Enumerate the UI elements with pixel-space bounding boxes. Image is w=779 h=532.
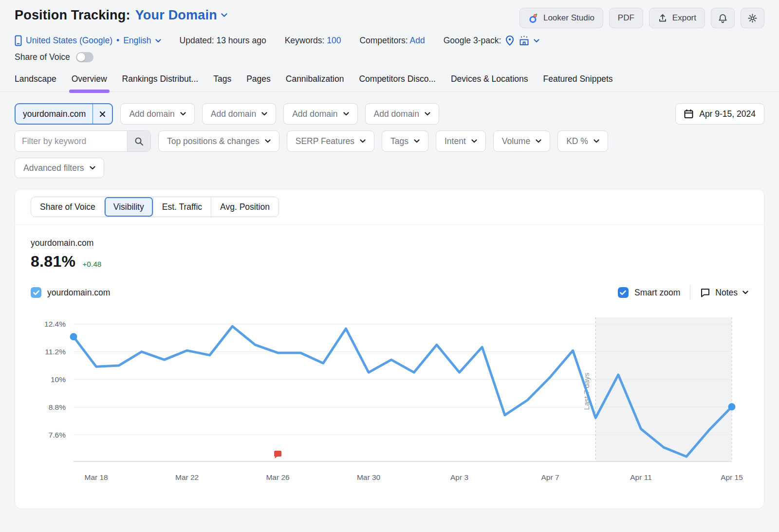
filter-top-positions[interactable]: Top positions & changes xyxy=(158,130,279,152)
keyword-filter xyxy=(15,130,151,152)
location-label: United States (Google) xyxy=(26,36,112,46)
domain-series-checkbox[interactable] xyxy=(31,287,41,298)
svg-text:Apr 3: Apr 3 xyxy=(450,473,468,481)
page-title-text: Position Tracking: xyxy=(15,8,130,23)
filter-label: SERP Features xyxy=(296,136,354,147)
export-button[interactable]: Export xyxy=(649,8,705,28)
mobile-device-icon xyxy=(15,35,22,46)
add-domain-button-3[interactable]: Add domain xyxy=(283,103,357,125)
metric-change-badge: +0.48 xyxy=(82,260,101,269)
bullet: • xyxy=(116,36,119,46)
tab-pages[interactable]: Pages xyxy=(246,74,271,92)
tab-featured-snippets[interactable]: Featured Snippets xyxy=(543,74,613,92)
metric-tab-visibility[interactable]: Visibility xyxy=(104,197,153,217)
filter-volume[interactable]: Volume xyxy=(493,130,550,152)
metric-domain-label: yourdomain.com xyxy=(31,238,748,248)
competitors-add-link[interactable]: Add xyxy=(410,36,425,45)
page-header: Position Tracking: Your Domain Looker St… xyxy=(0,0,779,62)
metric-tab-bar: Share of Voice Visibility Est. Traffic A… xyxy=(15,189,764,225)
page-title: Position Tracking: Your Domain xyxy=(15,8,227,23)
close-icon xyxy=(99,111,106,117)
filter-label: KD % xyxy=(566,136,588,147)
filter-serp-features[interactable]: SERP Features xyxy=(287,130,374,152)
chevron-down-icon xyxy=(343,112,349,116)
svg-text:Mar 30: Mar 30 xyxy=(357,473,381,481)
local-pack-building-icon xyxy=(519,36,530,46)
chevron-down-icon xyxy=(360,139,366,143)
chevron-down-icon xyxy=(90,166,95,170)
smart-zoom-checkbox[interactable] xyxy=(618,287,629,298)
chevron-down-icon xyxy=(534,39,539,43)
svg-text:Mar 26: Mar 26 xyxy=(266,473,289,481)
google-3pack-control[interactable]: Google 3-pack: xyxy=(444,35,540,46)
advanced-filters-button[interactable]: Advanced filters xyxy=(15,158,104,178)
tab-competitors-discovery[interactable]: Competitors Disco... xyxy=(359,74,436,92)
project-selector[interactable]: Your Domain xyxy=(135,8,227,23)
share-of-voice-toggle[interactable] xyxy=(76,52,93,62)
chevron-down-icon xyxy=(265,139,271,143)
remove-domain-button[interactable] xyxy=(93,104,112,124)
tab-overview[interactable]: Overview xyxy=(72,74,107,92)
svg-text:Mar 18: Mar 18 xyxy=(84,473,108,481)
looker-studio-label: Looker Studio xyxy=(543,13,594,23)
looker-studio-button[interactable]: Looker Studio xyxy=(519,8,603,28)
project-info-bar: United States (Google) • English Updated… xyxy=(15,35,764,46)
svg-text:Apr 15: Apr 15 xyxy=(721,473,743,481)
keywords-count-link[interactable]: 100 xyxy=(327,36,341,45)
check-icon xyxy=(620,290,626,295)
add-domain-button-2[interactable]: Add domain xyxy=(202,103,276,125)
metric-summary: yourdomain.com 8.81% +0.48 xyxy=(15,225,764,271)
filter-intent[interactable]: Intent xyxy=(436,130,486,152)
svg-text:Apr 7: Apr 7 xyxy=(541,473,559,481)
settings-button[interactable] xyxy=(741,8,764,28)
filter-kd[interactable]: KD % xyxy=(557,130,608,152)
keyword-filter-input[interactable] xyxy=(15,131,127,151)
filter-label: Volume xyxy=(502,136,530,147)
keywords-info: Keywords: 100 xyxy=(285,36,341,46)
tab-tags[interactable]: Tags xyxy=(213,74,231,92)
filter-label: Tags xyxy=(390,136,408,147)
filters-area: yourdomain.com Add domain Add domain Add… xyxy=(0,92,779,178)
visibility-chart[interactable]: 12.4%11.2%10%8.8%7.6%Last 7 daysMar 18Ma… xyxy=(15,309,764,491)
notifications-button[interactable] xyxy=(711,8,735,28)
date-range-picker[interactable]: Apr 9-15, 2024 xyxy=(675,103,764,125)
svg-text:Apr 11: Apr 11 xyxy=(630,473,652,481)
language-label: English xyxy=(123,36,151,46)
smart-zoom-label: Smart zoom xyxy=(634,288,680,298)
looker-studio-icon xyxy=(528,13,538,23)
map-pin-icon xyxy=(505,35,515,46)
notes-button[interactable]: Notes xyxy=(700,288,748,298)
chevron-down-icon xyxy=(536,139,541,143)
add-domain-label: Add domain xyxy=(211,109,256,119)
check-icon xyxy=(33,290,39,295)
search-icon xyxy=(134,137,144,146)
report-tabs: Landscape Overview Rankings Distribut...… xyxy=(0,74,779,92)
tab-landscape[interactable]: Landscape xyxy=(15,74,56,92)
date-range-label: Apr 9-15, 2024 xyxy=(699,109,756,119)
tab-cannibalization[interactable]: Cannibalization xyxy=(286,74,344,92)
chart-area: 12.4%11.2%10%8.8%7.6%Last 7 daysMar 18Ma… xyxy=(15,309,764,491)
metric-tab-avg-position[interactable]: Avg. Position xyxy=(211,197,278,217)
metric-tab-est-traffic[interactable]: Est. Traffic xyxy=(153,197,211,217)
metric-tab-share-of-voice[interactable]: Share of Voice xyxy=(31,197,104,217)
svg-text:Mar 22: Mar 22 xyxy=(175,473,199,481)
chevron-down-icon xyxy=(742,291,748,294)
tab-rankings-distribution[interactable]: Rankings Distribut... xyxy=(122,74,199,92)
tab-devices-locations[interactable]: Devices & Locations xyxy=(451,74,528,92)
keywords-label: Keywords: xyxy=(285,36,325,45)
add-domain-button-4[interactable]: Add domain xyxy=(365,103,439,125)
calendar-icon xyxy=(684,109,693,119)
export-label: Export xyxy=(672,13,696,23)
svg-text:11.2%: 11.2% xyxy=(45,348,66,356)
add-domain-button-1[interactable]: Add domain xyxy=(120,103,194,125)
keyword-search-button[interactable] xyxy=(127,131,150,151)
project-name: Your Domain xyxy=(135,8,217,23)
chart-legend-row: yourdomain.com Smart zoom Notes xyxy=(15,271,764,300)
notes-label: Notes xyxy=(715,288,738,298)
bell-icon xyxy=(718,13,728,23)
location-language-selector[interactable]: United States (Google) • English xyxy=(15,35,161,46)
add-domain-label: Add domain xyxy=(292,109,337,119)
filter-tags[interactable]: Tags xyxy=(382,130,428,152)
competitors-info: Competitors: Add xyxy=(359,36,425,46)
pdf-button[interactable]: PDF xyxy=(609,8,643,28)
